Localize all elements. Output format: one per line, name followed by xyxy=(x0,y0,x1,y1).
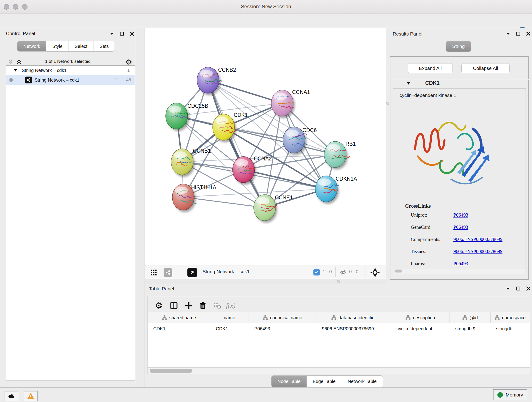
node-label-CCNE1: CCNE1 xyxy=(275,195,293,201)
panel-float-icon[interactable] xyxy=(515,286,521,291)
node-label-CCNA2: CCNA2 xyxy=(254,156,272,162)
table-cell[interactable]: P06493 xyxy=(249,326,317,332)
panel-float-icon[interactable] xyxy=(119,31,125,36)
column-header-shared-name[interactable]: shared name xyxy=(148,312,210,323)
table-panel: Table Panel ⚙ f(x) shared namenamecanoni… xyxy=(145,284,532,387)
network-canvas[interactable]: CCNB2CCNA1CDC25BCDK1CDC6RB1CCNB1CCNA2CDK… xyxy=(145,28,386,265)
birdseye-view-icon[interactable] xyxy=(187,268,197,277)
crosslink-link[interactable]: P06493 xyxy=(453,212,468,218)
protein-detail-box: cyclin–dependent kinase 1 CrossL xyxy=(393,88,526,274)
table-cell[interactable]: stringdb xyxy=(491,326,530,332)
splitter-handle[interactable] xyxy=(337,280,340,283)
scrollbar-thumb[interactable] xyxy=(394,269,402,273)
warning-button[interactable] xyxy=(24,391,38,401)
table-cell[interactable]: 9606.ENSP00000378699 xyxy=(317,326,391,332)
crosslink-link[interactable]: P06493 xyxy=(453,224,468,230)
collapse-protein-icon[interactable] xyxy=(406,82,411,85)
cloud-button[interactable] xyxy=(5,391,18,401)
protein-header-row[interactable]: CDK1 xyxy=(390,80,528,88)
column-header-description[interactable]: description xyxy=(391,312,450,323)
hidden-eye-slash-icon[interactable] xyxy=(340,269,347,276)
memory-button[interactable]: Memory xyxy=(493,389,527,400)
panel-close-icon[interactable] xyxy=(525,286,531,291)
cloud-icon xyxy=(7,392,15,400)
tab-select[interactable]: Select xyxy=(69,41,94,51)
results-tab-string[interactable]: String xyxy=(446,41,471,51)
tab-edge-table[interactable]: Edge Table xyxy=(307,376,342,387)
table-panel-title: Table Panel xyxy=(149,286,174,292)
tree-expander-icon[interactable] xyxy=(13,69,17,72)
crosslink-link[interactable]: 9606.ENSP00000378699 xyxy=(453,236,502,242)
results-hscrollbar[interactable] xyxy=(394,269,526,273)
main-toolbar: ? xyxy=(0,14,532,28)
crosslink-label: Tissues: xyxy=(411,249,453,254)
memory-status-icon xyxy=(497,392,503,398)
tab-style[interactable]: Style xyxy=(46,41,68,51)
splitter-handle[interactable] xyxy=(386,102,389,105)
network-node-CDK1[interactable] xyxy=(213,114,236,142)
table-cell[interactable]: CDK1 xyxy=(210,326,249,332)
column-label: shared name xyxy=(169,315,196,320)
network-node-CDC25B[interactable] xyxy=(166,103,190,131)
network-row[interactable]: String Network – cdk1 11 48 xyxy=(6,75,135,85)
network-node-CCNA2[interactable] xyxy=(233,157,256,185)
crosslink-label: Uniprot: xyxy=(411,212,453,218)
panel-float-icon[interactable] xyxy=(515,31,521,36)
delete-column-trash-icon[interactable] xyxy=(197,300,209,312)
panel-menu-icon[interactable] xyxy=(505,31,511,36)
view-toolbar-separator xyxy=(179,267,179,277)
table-options-gear-icon[interactable]: ⚙ xyxy=(153,300,165,312)
column-label: description xyxy=(413,315,435,320)
panel-close-icon[interactable] xyxy=(525,31,531,36)
results-splitter[interactable] xyxy=(386,28,389,284)
grid-view-icon[interactable] xyxy=(150,269,157,276)
function-builder-icon[interactable]: f(x) xyxy=(225,300,237,312)
fit-selection-crosshair-icon[interactable] xyxy=(370,268,380,277)
vertical-splitter[interactable] xyxy=(136,28,145,387)
table-cell[interactable]: cyclin–dependent ... xyxy=(391,326,450,332)
add-column-icon[interactable] xyxy=(183,300,195,312)
share-view-icon[interactable] xyxy=(164,268,172,277)
collapse-all-button[interactable]: Collapse All xyxy=(462,63,510,73)
crosslink-row: Pharos:P06493 xyxy=(411,261,521,267)
network-selection-status: 1 of 1 Network selected xyxy=(0,59,136,64)
delete-table-icon[interactable] xyxy=(211,300,223,312)
tab-node-table[interactable]: Node Table xyxy=(272,376,307,387)
scrollbar-thumb[interactable] xyxy=(150,369,192,373)
crosslink-label: Pharos: xyxy=(411,261,453,267)
tab-sets[interactable]: Sets xyxy=(93,41,114,51)
column-header--id[interactable]: @id xyxy=(450,312,491,323)
network-node-CCNA1[interactable] xyxy=(271,90,295,118)
protein-name: CDK1 xyxy=(425,80,440,86)
panel-menu-icon[interactable] xyxy=(505,286,511,291)
control-panel-tabs: Network Style Select Sets xyxy=(17,41,115,51)
table-cell[interactable]: CDK1 xyxy=(148,326,210,332)
tab-network-table[interactable]: Network Table xyxy=(342,376,383,387)
node-label-CCNA1: CCNA1 xyxy=(292,89,310,95)
selected-checkbox-icon[interactable] xyxy=(313,269,320,275)
column-header-name[interactable]: name xyxy=(210,312,249,323)
network-node-CCNB1[interactable] xyxy=(171,149,195,177)
table-hscrollbar[interactable] xyxy=(148,367,530,374)
column-visibility-icon[interactable] xyxy=(168,300,180,312)
panel-close-icon[interactable] xyxy=(129,31,135,36)
crosslink-link[interactable]: P06493 xyxy=(453,261,468,266)
crosslink-row: Uniprot:P06493 xyxy=(411,212,521,218)
network-collection-row[interactable]: String Network – cdk1 1 xyxy=(6,65,135,75)
column-type-icon xyxy=(495,315,500,320)
table-cell[interactable]: stringdb:9... xyxy=(450,326,491,332)
column-header-database-identifier[interactable]: database identifier xyxy=(317,312,391,323)
column-header-namespace[interactable]: namespace xyxy=(491,312,530,323)
network-view-toolbar: String Network – cdk1 1 - 0 0 - 0 xyxy=(145,265,386,279)
table-row[interactable]: CDK1CDK1P064939606.ENSP00000378699cyclin… xyxy=(148,323,530,334)
node-label-RB1: RB1 xyxy=(346,141,356,147)
panel-menu-icon[interactable] xyxy=(109,31,115,36)
column-header-canonical-name[interactable]: canonical name xyxy=(249,312,317,323)
tab-network[interactable]: Network xyxy=(17,41,46,51)
crosslink-link[interactable]: 9606.ENSP00000378699 xyxy=(453,249,502,254)
network-node-CCNE1[interactable] xyxy=(254,195,277,223)
network-edge-CDK1-RB1[interactable] xyxy=(224,127,335,154)
network-edge-CCNB2-CCNE1[interactable] xyxy=(208,80,265,208)
memory-label: Memory xyxy=(506,392,523,398)
expand-all-button[interactable]: Expand All xyxy=(408,63,453,73)
